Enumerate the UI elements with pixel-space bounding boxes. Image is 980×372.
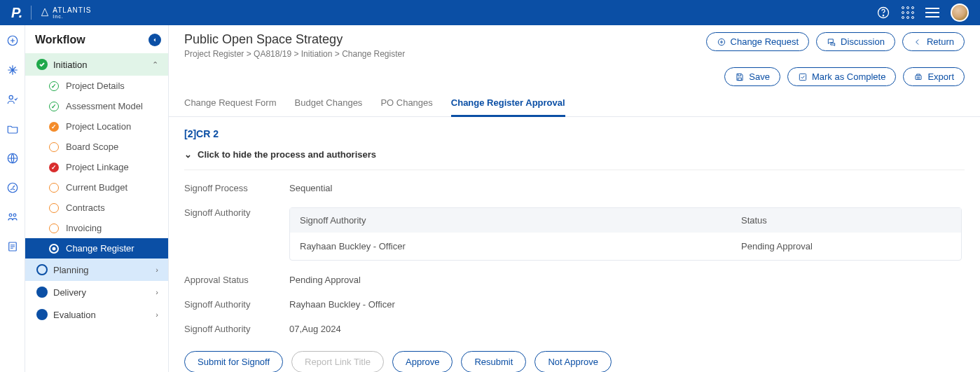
collapse-label: Click to hide the process and authoriser… [198,149,376,160]
status-warning-icon [49,122,59,132]
status-complete-icon [49,102,59,111]
stage-initiation[interactable]: Initiation ⌃ [25,53,168,76]
substep-contracts[interactable]: Contracts [25,198,168,218]
substep-label: Project Details [66,81,125,91]
sidebar: Workflow Initiation ⌃ Project Details As… [25,25,169,372]
substep-invoicing[interactable]: Invoicing [25,218,168,238]
svg-point-7 [13,214,16,216]
rail-gauge-icon[interactable] [6,181,20,195]
substep-label: Assessment Model [66,101,143,111]
svg-rect-11 [916,75,921,79]
content-area: [2]CR 2 ⌄ Click to hide the process and … [169,117,980,372]
action-row: Save Mark as Complete Export [169,63,980,86]
substep-project-location[interactable]: Project Location [25,116,168,137]
atlantis-icon [40,8,50,18]
chevron-up-icon: ⌃ [152,60,158,69]
substep-label: Project Linkage [66,162,129,172]
tab-po-changes[interactable]: PO Changes [380,97,432,116]
stage-delivery[interactable]: Delivery › [25,281,168,303]
status-complete-icon [49,81,59,91]
export-button[interactable]: Export [903,67,965,86]
stage-dot-icon [36,264,48,275]
status-pending-icon [49,223,59,233]
stage-evaluation[interactable]: Evaluation › [25,303,168,326]
rail-globe-icon[interactable] [6,151,20,165]
not-approve-button[interactable]: Not Approve [534,351,612,372]
main-content: Public Open Space Strategy Project Regis… [169,25,980,372]
substep-assessment-model[interactable]: Assessment Model [25,96,168,116]
field-value: Rayhaan Buckley - Officer [289,299,395,310]
stage-label: Delivery [53,287,86,298]
rail-folder-icon[interactable] [6,122,20,136]
field-value: Pending Approval [289,275,361,285]
field-signoff-process: Signoff Process Sequential [184,176,965,200]
sidebar-header: Workflow [25,25,168,53]
tab-change-register-approval[interactable]: Change Register Approval [451,97,565,117]
export-icon [913,72,923,82]
col-status-header: Status [741,215,951,226]
rail-people-icon[interactable] [6,210,20,224]
stage-dot-icon [36,309,48,320]
stage-planning[interactable]: Planning › [25,259,168,281]
change-request-button[interactable]: Change Request [706,32,810,51]
cell-authority: Rayhaan Buckley - Officer [300,241,741,252]
report-link-button: Report Link Title [291,351,384,372]
field-label: Signoff Authority [184,299,289,310]
substep-label: Contracts [66,202,105,213]
check-icon [36,59,48,70]
discussion-button[interactable]: Discussion [816,32,895,51]
substep-board-scope[interactable]: Board Scope [25,137,168,157]
substep-project-details[interactable]: Project Details [25,76,168,96]
collapse-authorisers-toggle[interactable]: ⌄ Click to hide the process and authoris… [184,149,965,160]
status-pending-icon [49,203,59,213]
rail-snowflake-icon[interactable] [6,63,20,77]
icon-rail [0,25,25,372]
svg-point-6 [9,214,12,216]
status-current-icon [49,244,59,254]
header-actions: Change Request Discussion Return [706,32,965,51]
hamburger-icon[interactable] [925,8,939,18]
brand-sub: Inc. [53,14,91,19]
substep-project-linkage[interactable]: Project Linkage [25,157,168,177]
substep-label: Invoicing [66,223,102,233]
topbar: P. ATLANTIS Inc. [0,0,980,25]
svg-point-1 [883,15,883,16]
logo-divider [31,6,32,20]
stage-label: Planning [53,265,89,275]
sidebar-title: Workflow [35,34,85,46]
substep-current-budget[interactable]: Current Budget [25,177,168,198]
stage-dot-icon [36,287,48,298]
sidebar-collapse-button[interactable] [149,34,161,46]
col-authority-header: Signoff Authority [300,215,741,226]
save-icon [735,72,745,82]
rail-add-icon[interactable] [6,34,20,48]
field-value: Sequential [289,183,332,193]
tab-change-request-form[interactable]: Change Request Form [184,97,277,116]
cell-status: Pending Approval [741,241,951,252]
chevron-down-icon: ⌄ [184,149,192,160]
rail-user-icon[interactable] [6,92,20,106]
action-buttons-row: Submit for Signoff Report Link Title App… [184,351,965,372]
stage-label: Initiation [53,60,87,70]
substep-label: Change Register [66,243,134,254]
status-pending-icon [49,183,59,193]
authority-table: Signoff Authority Status Rayhaan Buckley… [289,207,962,261]
help-icon[interactable] [876,6,890,20]
tab-budget-changes[interactable]: Budget Changes [295,97,363,116]
save-button[interactable]: Save [724,67,780,86]
mark-complete-button[interactable]: Mark as Complete [787,67,896,86]
approve-button[interactable]: Approve [392,351,453,372]
brand-name: ATLANTIS [53,7,91,14]
substep-label: Project Location [66,121,131,132]
chevron-right-icon: › [156,288,158,296]
rail-document-icon[interactable] [6,240,20,254]
return-button[interactable]: Return [902,32,965,51]
substep-change-register[interactable]: Change Register [25,238,168,259]
resubmit-button[interactable]: Resubmit [461,351,526,372]
svg-rect-10 [799,74,806,80]
field-label: Signoff Process [184,183,289,193]
submit-signoff-button[interactable]: Submit for Signoff [184,351,283,372]
apps-grid-icon[interactable] [902,6,914,19]
avatar[interactable] [951,4,969,22]
chevron-right-icon: › [156,310,158,319]
